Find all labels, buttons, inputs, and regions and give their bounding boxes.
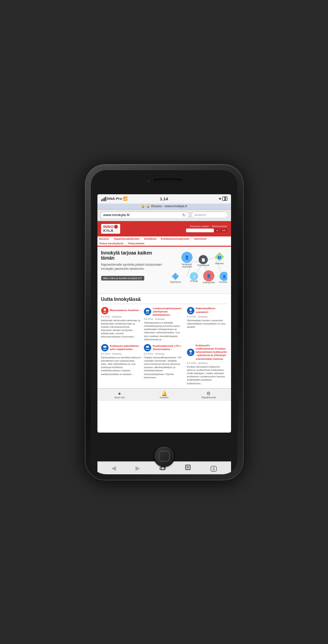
svg-point-30: [148, 310, 149, 312]
news-item: Kulttuurin päivittäisen työn organisoint…: [101, 344, 141, 385]
news-item: Kuntosaliurosit +70 s Seniorsalana - 8.6…: [144, 344, 184, 385]
news-icon: [187, 307, 194, 314]
wifi-icon: 📶: [123, 197, 128, 201]
news-item-header: Kuntosaliurosit +70 s Seniorsalana -: [144, 344, 184, 351]
phone-frame: DNA Pro 📶 1.14 ★ ▐ 🔒 🔒 Etusivu - www.inn…: [85, 165, 243, 480]
url-bar[interactable]: www.innokyla.fi/ ↻: [100, 211, 189, 219]
tab-juuri-nyt-label: Juuri nyt: [114, 396, 125, 399]
svg-text:👥: 👥: [217, 255, 221, 259]
svg-text:📄: 📄: [201, 258, 205, 262]
refresh-icon[interactable]: ↻: [182, 213, 186, 217]
news-text: Vahvistetaan kuntien osaamista rakenteel…: [187, 319, 227, 329]
news-item-title[interactable]: Kulttuurin päivittäisen työn organisoint…: [110, 344, 141, 351]
logo-kyla: KYLÄ: [103, 229, 118, 233]
news-item-header: Lastensuojelutarpeen selvityksen kehittä…: [144, 307, 184, 317]
phone-top-decorations: [147, 179, 182, 182]
news-item: Rakenteellinen sosiaityö - 8.6.2016 - Ve…: [187, 307, 227, 341]
browser-lock-bar: 🔒 🔒 Etusivu - www.innokyla.fi: [97, 204, 231, 210]
speaker: [154, 179, 182, 182]
news-item-header: Rakenteellinen sosiaityö -: [187, 307, 227, 314]
login-link[interactable]: Kirjaudu sisään: [190, 225, 209, 228]
svg-text:Innovaja: Innovaja: [190, 280, 198, 282]
tab-juuri-nyt[interactable]: ● Juuri nyt: [97, 390, 142, 400]
news-icon: [101, 307, 109, 314]
news-item-title[interactable]: Kulttuuriin mallintaminen Kurikan tehost…: [196, 344, 227, 361]
news-section-title: Uutta Innokylässä: [101, 297, 227, 304]
search-input[interactable]: Search: [191, 211, 228, 218]
news-item: Menestyksen Avaimet - 8.6.2016 - Hankkee…: [101, 307, 141, 341]
nav-item-yhteystiedot[interactable]: Yhteystiedot: [128, 242, 144, 245]
url-text: www.innokyla.fi/: [103, 213, 130, 217]
tab-uutiset[interactable]: 🔔 Uutiset: [142, 390, 187, 400]
news-date: 8.6.2016 - Verkistaa: [187, 315, 227, 318]
forward-button[interactable]: ▶: [135, 465, 140, 472]
bookmarks-button[interactable]: [185, 464, 191, 472]
site-navigation: Etusivu | Tapahtumakalenteri | Hankkeet …: [97, 236, 231, 247]
nav-item-hankkeet[interactable]: Hankkeet: [144, 237, 157, 240]
news-item-title[interactable]: Menestyksen Avaimet -: [110, 309, 141, 312]
page-title: 🔒 Etusivu - www.innokyla.fi: [146, 204, 187, 208]
news-icon: [144, 344, 151, 351]
news-item-header: Kulttuurin päivittäisen työn organisoint…: [101, 344, 141, 351]
news-item-title[interactable]: Lastensuojelutarpeen selvityksen kehittä…: [153, 307, 184, 317]
signal-bar-3: [104, 198, 105, 201]
bluetooth-icon: ★: [219, 197, 221, 201]
lock-icon: 🔒: [141, 204, 145, 208]
tab-tapahtumat-label: Tapahtumat: [201, 396, 216, 399]
svg-text:Toimintamalli: Toimintamalli: [197, 264, 209, 267]
svg-text:Verkostot: Verkostot: [215, 262, 224, 265]
font-small-button[interactable]: A: [215, 229, 219, 232]
nav-item-etusivu[interactable]: Etusivu: [99, 237, 109, 240]
signal-bar-2: [103, 198, 103, 201]
news-section: Uutta Innokylässä Menestyksen Avaimet - …: [97, 294, 231, 388]
nav-item-kehittaminen[interactable]: Kehittämisympäristöt: [161, 237, 189, 240]
status-right: ★ ▐: [219, 197, 227, 201]
header-links: Kirjaudu sisään Rekisteröidy: [190, 225, 227, 228]
home-button-inner: [159, 451, 170, 462]
juuri-nyt-icon: ●: [98, 391, 141, 396]
nav-item-tietoa[interactable]: Tietoa Innokylästä: [99, 242, 123, 245]
logo[interactable]: INNO KYLÄ: [101, 224, 121, 234]
site-header: INNO KYLÄ Kirjaudu sisään Rekisteröidy A: [97, 221, 231, 236]
news-icon: [187, 349, 194, 356]
home-button[interactable]: [154, 446, 174, 466]
news-date: 8.6.2016 - Verkistaa: [101, 352, 141, 355]
tabs-button[interactable]: 3: [211, 465, 217, 472]
news-icon: [101, 344, 109, 351]
news-item-title[interactable]: Rakenteellinen sosiaityö -: [196, 307, 227, 313]
news-item: Lastensuojelutarpeen selvityksen kehittä…: [144, 307, 184, 341]
news-date: 8.6.2016 - Verkistaa: [187, 362, 227, 364]
hero-title: Innokylä tarjoaa kaiken tämän: [101, 250, 162, 261]
svg-text:👤: 👤: [206, 274, 211, 278]
news-date: 8.6.2016 - Verkistaa: [144, 318, 184, 320]
news-text: Ohjatut kuntosaliharjoitukset +70-vuotia…: [144, 356, 184, 379]
status-time: 1.14: [160, 197, 168, 201]
news-item: Kulttuuriin mallintaminen Kurikan tehost…: [187, 344, 227, 385]
carrier-label: DNA Pro: [107, 197, 122, 201]
font-large-button[interactable]: AA: [220, 229, 227, 232]
news-date: 8.6.2016 - Hankkeet: [101, 315, 141, 318]
hero-text: Napsauttamalla symbolia pääset tutustuma…: [101, 262, 162, 271]
uutiset-icon: 🔔: [143, 391, 186, 396]
svg-rect-37: [161, 466, 165, 470]
news-date: 8.6.2016 - Verkistaa: [144, 352, 184, 355]
nav-item-tapahtumakalenteri[interactable]: Tapahtumakalenteri: [114, 237, 140, 240]
svg-point-31: [189, 308, 192, 311]
site-search-input[interactable]: [186, 229, 214, 232]
news-item-title[interactable]: Kuntosaliurosit +70 s Seniorsalana -: [153, 344, 184, 351]
back-button[interactable]: ◀: [111, 465, 116, 472]
svg-text:Tapahtumat: Tapahtumat: [170, 281, 181, 283]
news-item-header: Kulttuuriin mallintaminen Kurikan tehost…: [187, 344, 227, 361]
news-item-header: Menestyksen Avaimet -: [101, 307, 141, 314]
tab-tapahtumat[interactable]: ⚙ Tapahtumat: [187, 390, 231, 400]
svg-text:👤: 👤: [222, 274, 226, 279]
news-text: Kurikan tehostetun kulttuuriin tylinnun …: [187, 365, 227, 385]
signal-bar-1: [101, 199, 102, 201]
diagram-svg: 👤 Kehittämis- ympäristöt 📄 Toimintamalli…: [166, 250, 227, 290]
phone-inner: DNA Pro 📶 1.14 ★ ▐ 🔒 🔒 Etusivu - www.inn…: [91, 170, 238, 474]
hero-link[interactable]: Mitä, miksi ja kenelle Innokylä on?: [101, 276, 144, 281]
nav-item-verkostot[interactable]: Verkostot: [194, 237, 206, 240]
register-link[interactable]: Rekisteröidy: [212, 225, 227, 228]
website-content: INNO KYLÄ Kirjaudu sisään Rekisteröidy A: [97, 221, 231, 416]
hero-section: Innokylä tarjoaa kaiken tämän Napsauttam…: [97, 247, 231, 294]
